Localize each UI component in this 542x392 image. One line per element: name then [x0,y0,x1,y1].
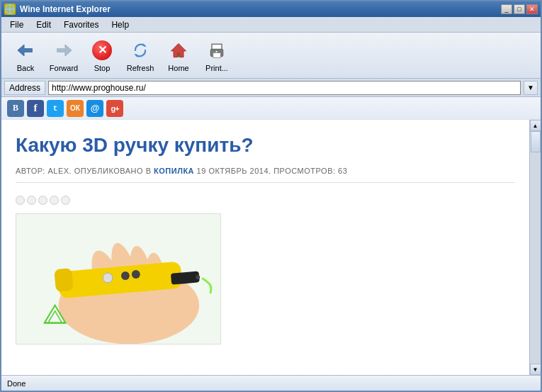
page-content: Какую 3D ручку купить? АВТОР: ALEX. ОПУБ… [1,120,529,375]
svg-rect-12 [213,50,215,52]
svg-marker-3 [65,45,72,56]
close-button[interactable]: ✕ [526,4,538,14]
minimize-button[interactable]: _ [501,4,512,14]
svg-point-24 [132,270,140,279]
google-plus-icon[interactable]: g+ [106,100,123,117]
address-bar: Address ▼ [1,79,541,97]
back-button[interactable]: Back [7,35,44,75]
home-label: Home [168,64,188,72]
svg-rect-13 [215,50,218,52]
svg-point-26 [196,275,200,279]
page-title: Какую 3D ручку купить? [16,134,515,157]
status-bar: Done [1,375,541,391]
star-2[interactable] [27,196,36,205]
article-image-svg [16,213,220,345]
social-bar: В f t ОК @ g+ [1,97,541,120]
odnoklassniki-icon[interactable]: ОК [67,100,84,117]
maximize-button[interactable]: □ [514,4,525,14]
menu-favorites[interactable]: Favorites [58,18,104,31]
post-meta: АВТОР: ALEX. ОПУБЛИКОВАНО В КОПИЛКА 19 О… [16,167,515,183]
forward-button[interactable]: Forward [45,35,82,75]
twitter-icon[interactable]: t [47,100,64,117]
scroll-thumb[interactable] [531,131,541,152]
star-4[interactable] [50,196,59,205]
svg-point-23 [121,271,130,280]
menu-bar: File Edit Favorites Help [1,17,541,33]
forward-label: Forward [50,64,78,72]
home-icon [167,39,190,62]
home-button[interactable]: Home [160,35,197,75]
back-label: Back [17,64,34,72]
scroll-track[interactable] [530,131,541,364]
scroll-down-button[interactable]: ▼ [530,364,541,375]
browser-icon [4,4,16,15]
status-text: Done [7,379,26,388]
window-frame: Wine Internet Explorer _ □ ✕ File Edit F… [0,0,542,392]
star-1[interactable] [16,196,25,205]
address-go-button[interactable]: ▼ [524,81,538,95]
menu-file[interactable]: File [4,18,29,31]
title-bar: Wine Internet Explorer _ □ ✕ [1,1,541,17]
refresh-button[interactable]: Refresh [122,35,159,75]
star-3[interactable] [38,196,47,205]
stop-button[interactable]: ✕ Stop [84,35,120,75]
svg-rect-4 [57,48,66,52]
star-5[interactable] [61,196,70,205]
vk-icon[interactable]: В [7,100,24,117]
stop-icon: ✕ [91,39,113,62]
scroll-up-button[interactable]: ▲ [530,120,541,131]
article-image [16,213,221,345]
address-input[interactable] [48,81,521,95]
facebook-icon[interactable]: f [27,100,44,117]
stop-label: Stop [94,64,111,72]
svg-point-22 [103,273,113,283]
back-icon [14,39,37,62]
svg-rect-21 [54,268,74,292]
rating-stars [16,196,515,205]
meta-date: 19 ОКТЯБРЬ 2014. ПРОСМОТРОВ: 63 [197,167,348,175]
menu-help[interactable]: Help [106,18,135,31]
print-label: Print... [205,64,228,72]
toolbar: Back Forward ✕ Stop [1,33,541,79]
forward-icon [52,39,75,62]
svg-marker-1 [18,45,24,56]
scrollbar: ▲ ▼ [529,120,541,375]
address-label: Address [4,81,45,95]
print-icon [205,39,228,62]
title-bar-text: Wine Internet Explorer [4,4,111,15]
menu-edit[interactable]: Edit [30,18,57,31]
mail-icon[interactable]: @ [86,100,103,117]
svg-rect-8 [177,52,180,57]
content-area: Какую 3D ручку купить? АВТОР: ALEX. ОПУБ… [1,120,541,375]
refresh-icon [129,39,152,62]
svg-rect-2 [23,48,33,52]
svg-rect-11 [213,52,221,57]
refresh-label: Refresh [127,64,154,72]
meta-category-link[interactable]: КОПИЛКА [154,167,194,175]
window-controls: _ □ ✕ [501,4,538,14]
print-button[interactable]: Print... [198,35,235,75]
meta-author: АВТОР: ALEX. ОПУБЛИКОВАНО В [16,167,152,175]
